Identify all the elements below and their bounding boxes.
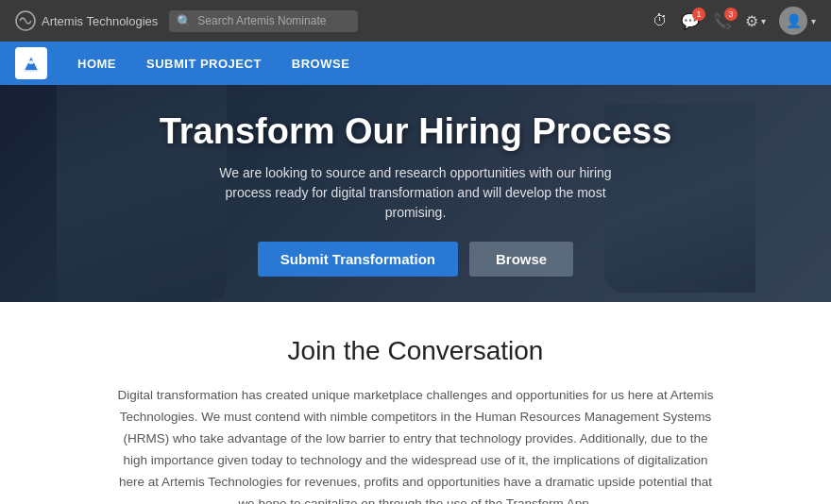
content-section: Join the Conversation Digital transforma… <box>0 302 831 504</box>
hero-section: Transform Our Hiring Process We are look… <box>0 85 831 302</box>
phone-icon-btn[interactable]: 📞 3 <box>713 12 732 30</box>
hero-subtitle: We are looking to source and research op… <box>217 163 614 223</box>
search-box[interactable]: 🔍 <box>169 10 358 32</box>
clock-icon: ⏱ <box>653 12 668 28</box>
gear-icon: ⚙ <box>745 12 758 30</box>
hero-content: Transform Our Hiring Process We are look… <box>122 111 710 277</box>
content-body: Digital transformation has created uniqu… <box>113 385 718 504</box>
content-title: Join the Conversation <box>113 336 718 366</box>
topbar-icons: ⏱ 💬 1 📞 3 ⚙ ▾ 👤 ▾ <box>653 7 816 35</box>
navbar-logo[interactable] <box>15 47 47 79</box>
settings-btn[interactable]: ⚙ ▾ <box>745 12 766 30</box>
avatar-icon: 👤 <box>786 13 802 28</box>
brand-icon <box>15 10 36 31</box>
navbar: HOME SUBMIT PROJECT BROWSE <box>0 42 831 85</box>
chat-badge: 1 <box>692 8 705 21</box>
submit-transformation-button[interactable]: Submit Transformation <box>258 242 458 277</box>
user-avatar-btn[interactable]: 👤 ▾ <box>779 7 816 35</box>
search-icon: 🔍 <box>177 14 192 28</box>
chat-icon-btn[interactable]: 💬 1 <box>681 12 700 30</box>
browse-button[interactable]: Browse <box>469 242 573 277</box>
avatar: 👤 <box>779 7 807 35</box>
logo-icon <box>21 53 42 74</box>
settings-caret: ▾ <box>761 16 766 26</box>
topbar: Artemis Technologies 🔍 ⏱ 💬 1 📞 3 ⚙ ▾ 👤 ▾ <box>0 0 831 42</box>
avatar-caret: ▾ <box>811 16 816 26</box>
phone-badge: 3 <box>724 8 738 21</box>
nav-browse[interactable]: BROWSE <box>277 42 365 85</box>
search-input[interactable] <box>197 14 339 27</box>
hero-title: Transform Our Hiring Process <box>160 111 672 152</box>
clock-icon-btn[interactable]: ⏱ <box>653 12 668 29</box>
brand-name: Artemis Technologies <box>42 14 158 28</box>
nav-home[interactable]: HOME <box>62 42 131 85</box>
nav-submit-project[interactable]: SUBMIT PROJECT <box>131 42 277 85</box>
brand: Artemis Technologies <box>15 10 158 31</box>
hero-buttons: Submit Transformation Browse <box>160 242 672 277</box>
